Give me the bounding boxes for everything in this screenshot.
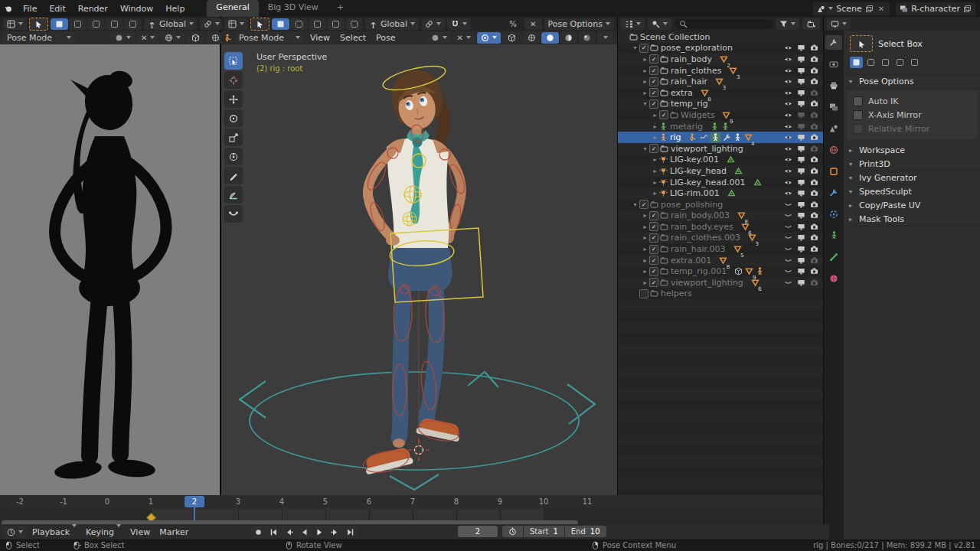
hide-viewport-icon[interactable] xyxy=(783,211,793,220)
properties-tab-material[interactable] xyxy=(825,271,842,285)
expander-icon[interactable]: ▾ xyxy=(641,145,649,152)
outliner-row-rain-hair-003[interactable]: ▸✓rain_hair.0035 xyxy=(618,243,823,255)
tool-scale[interactable] xyxy=(224,129,243,146)
transport-prev-key-button[interactable] xyxy=(282,526,296,538)
hide-viewport-icon[interactable] xyxy=(783,111,793,119)
row-checkbox[interactable]: ✓ xyxy=(649,88,658,97)
hide-viewport-icon[interactable] xyxy=(783,44,793,52)
overlays-toggle[interactable] xyxy=(477,32,501,44)
properties-tab-data[interactable] xyxy=(825,228,842,243)
expander-icon[interactable]: ▾ xyxy=(641,100,649,107)
disable-render-icon[interactable] xyxy=(809,189,819,197)
tool-rotate[interactable] xyxy=(224,109,243,127)
row-checkbox[interactable] xyxy=(639,289,648,298)
orientation-dropdown[interactable]: Global xyxy=(365,18,419,30)
option-x-axis-mirror[interactable]: X-Axis Mirror xyxy=(853,108,971,122)
outliner-row-extra-001[interactable]: ▸✓extra.0018 xyxy=(618,255,823,266)
disable-render-icon[interactable] xyxy=(809,89,819,97)
tool-select-box[interactable] xyxy=(224,52,243,70)
row-checkbox[interactable]: ✓ xyxy=(649,222,658,231)
transport-play-rev-button[interactable] xyxy=(297,526,312,538)
start-frame-field[interactable]: Start1 xyxy=(524,526,564,537)
expander-icon[interactable]: ▸ xyxy=(651,168,659,174)
outliner-row-pose-polishing[interactable]: ▾✓pose_polishing xyxy=(618,199,823,210)
row-checkbox[interactable]: ✓ xyxy=(649,99,658,109)
shading-solid-button[interactable] xyxy=(541,32,559,44)
editor-type-button[interactable] xyxy=(3,527,27,538)
row-checkbox[interactable]: ✓ xyxy=(649,245,658,254)
select-mode-3[interactable] xyxy=(879,57,892,68)
disable-viewport-icon[interactable] xyxy=(796,189,806,197)
menu-pose[interactable]: Pose xyxy=(372,33,399,43)
transport-play-button[interactable] xyxy=(312,526,327,538)
disable-render-icon[interactable] xyxy=(809,279,819,287)
outliner-row-pose-exploration[interactable]: ▾✓pose_exploration xyxy=(618,43,823,54)
properties-tab-scene[interactable] xyxy=(825,121,842,135)
outliner-row-viewport-lighting[interactable]: ▸✓viewport_lighting6 xyxy=(618,277,823,289)
disable-render-icon[interactable] xyxy=(809,155,819,164)
select-mode-3[interactable] xyxy=(309,18,326,30)
disable-render-icon[interactable] xyxy=(809,223,819,231)
disable-render-icon[interactable] xyxy=(809,99,819,108)
viewport-left-canvas[interactable] xyxy=(0,44,220,495)
option-relative-mirror[interactable]: Relative Mirror xyxy=(853,122,971,135)
pose-options-dropdown[interactable]: Pose Options xyxy=(544,18,614,30)
use-preview-range-button[interactable] xyxy=(502,526,523,537)
display-mode-dropdown[interactable] xyxy=(648,18,671,30)
view-layer-selector[interactable]: R-character xyxy=(896,2,975,15)
disable-render-icon[interactable] xyxy=(809,201,819,209)
disable-render-icon[interactable] xyxy=(809,211,819,220)
disable-render-icon[interactable] xyxy=(809,55,819,64)
panel-header-mask-tools[interactable]: ▸Mask Tools xyxy=(844,213,980,227)
outliner-search-input[interactable] xyxy=(675,19,773,29)
select-mode-1[interactable] xyxy=(272,18,289,30)
scene-selector[interactable]: Scene ✕ xyxy=(813,2,890,15)
hide-viewport-icon[interactable] xyxy=(783,167,793,175)
disable-render-icon[interactable] xyxy=(809,111,819,119)
outliner-row-scene-collection[interactable]: Scene Collection xyxy=(618,31,823,43)
outliner-row-rain-body-003[interactable]: ▸✓rain_body.0038 xyxy=(618,210,823,222)
globe-dropdown[interactable] xyxy=(161,32,185,44)
select-mode-3[interactable] xyxy=(87,18,105,30)
disable-viewport-icon[interactable] xyxy=(796,99,806,108)
checkbox[interactable] xyxy=(853,110,863,120)
shading-material-button[interactable] xyxy=(560,32,577,44)
outliner-row-lig-rim-001[interactable]: ▸LIG-rim.001 xyxy=(618,187,823,199)
disable-viewport-icon[interactable] xyxy=(796,67,806,75)
row-checkbox[interactable]: ✓ xyxy=(639,44,648,53)
hide-viewport-icon[interactable] xyxy=(783,256,793,265)
tool-relax-pose[interactable] xyxy=(224,205,243,223)
expander-icon[interactable]: ▸ xyxy=(641,246,649,253)
disable-render-icon[interactable] xyxy=(809,267,819,276)
hide-viewport-icon[interactable] xyxy=(783,99,793,108)
editor-type-button[interactable] xyxy=(621,18,645,30)
hamburger-icon[interactable] xyxy=(77,32,95,44)
panel-header-copy-paste-uv[interactable]: ▸Copy/Paste UV xyxy=(844,199,980,213)
tool-transform[interactable] xyxy=(224,148,243,165)
properties-tab-tool[interactable] xyxy=(825,35,842,50)
hide-viewport-icon[interactable] xyxy=(783,279,793,287)
panel-header-pose-options[interactable]: ▾Pose Options xyxy=(844,75,980,89)
transport-next-key-button[interactable] xyxy=(328,526,342,538)
snap-magnet-dropdown[interactable] xyxy=(447,18,471,30)
expander-icon[interactable]: ▸ xyxy=(651,179,659,186)
hide-viewport-icon[interactable] xyxy=(783,189,793,197)
properties-tab-world[interactable] xyxy=(825,142,842,157)
timeline-menu-view[interactable]: View xyxy=(126,527,154,537)
hide-viewport-icon[interactable] xyxy=(783,145,793,153)
xray-toggle-button[interactable]: ✕ xyxy=(524,18,542,30)
row-checkbox[interactable]: ✓ xyxy=(649,77,658,86)
expander-icon[interactable]: ▾ xyxy=(631,44,639,51)
tool-cursor[interactable] xyxy=(224,71,243,89)
expander-icon[interactable]: ▸ xyxy=(651,134,659,141)
row-checkbox[interactable]: ✓ xyxy=(649,66,658,75)
disable-render-icon[interactable] xyxy=(809,77,819,86)
hide-viewport-icon[interactable] xyxy=(783,223,793,231)
proportional-edit-dropdown[interactable] xyxy=(427,32,451,44)
outliner-row-rain-hair[interactable]: ▸✓rain_hair3 xyxy=(618,76,823,87)
select-mode-5[interactable] xyxy=(908,57,921,68)
row-checkbox[interactable]: ✓ xyxy=(649,267,658,276)
disable-viewport-icon[interactable] xyxy=(796,233,806,242)
expander-icon[interactable]: ▸ xyxy=(641,268,649,275)
end-frame-field[interactable]: End10 xyxy=(565,526,606,537)
